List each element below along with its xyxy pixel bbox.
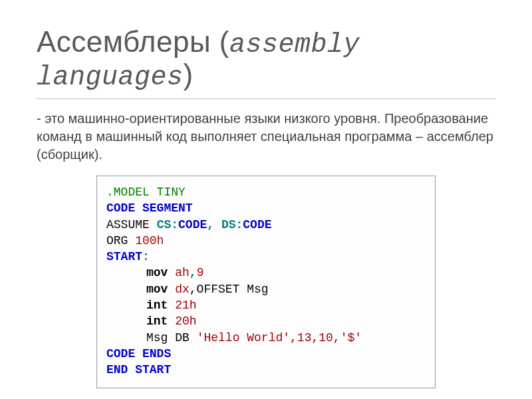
code-code-end: CODE: [106, 347, 135, 360]
code-comma: ,: [207, 218, 221, 231]
code-int2: int: [146, 315, 168, 328]
slide: Ассемблеры (assembly languages) - это ма…: [0, 0, 532, 399]
title-paren-close: ): [184, 58, 194, 90]
code-20h: 20h: [168, 315, 196, 328]
code-start-colon: :: [142, 250, 150, 263]
title-main: Ассемблеры: [37, 25, 211, 58]
code-hello: 'Hello World',13,10,'$': [197, 331, 362, 344]
code-end: END: [106, 363, 135, 376]
code-100h: 100h: [135, 234, 164, 247]
code-cs: CS: [157, 218, 172, 231]
code-ends: ENDS: [135, 347, 171, 360]
code-dx: dx: [168, 283, 189, 296]
code-start: START: [106, 250, 142, 263]
code-segment-kw: SEGMENT: [135, 201, 192, 215]
title-paren-open: (: [211, 25, 229, 58]
code-colon1: :: [171, 218, 178, 231]
slide-title: Ассемблеры (assembly languages): [37, 27, 495, 92]
code-assume: ASSUME: [106, 218, 157, 231]
code-comma1: ,: [190, 266, 197, 279]
code-block: .MODEL TINY CODE SEGMENT ASSUME CS:CODE,…: [96, 176, 436, 388]
code-int1: int: [146, 299, 168, 312]
code-offset: ,OFFSET Msg: [190, 283, 269, 296]
code-msgdb: Msg DB: [146, 331, 197, 344]
code-dot: .: [106, 186, 114, 199]
title-block: Ассемблеры (assembly languages): [37, 27, 495, 99]
code-code-kw: CODE: [106, 201, 135, 215]
code-9: 9: [197, 266, 204, 279]
code-ds: DS: [221, 218, 236, 231]
code-code1: CODE: [178, 218, 207, 231]
code-model: MODEL TINY: [114, 186, 186, 199]
code-21h: 21h: [168, 299, 196, 312]
code-colon2: :: [235, 218, 243, 231]
code-start2: START: [135, 363, 171, 376]
code-org: ORG: [106, 234, 135, 247]
code-ah: ah: [168, 266, 189, 279]
code-code2: CODE: [243, 218, 271, 231]
code-mov2: mov: [146, 283, 168, 296]
body-paragraph: - это машинно-ориентированные языки низк…: [37, 110, 495, 164]
code-mov1: mov: [146, 266, 168, 279]
